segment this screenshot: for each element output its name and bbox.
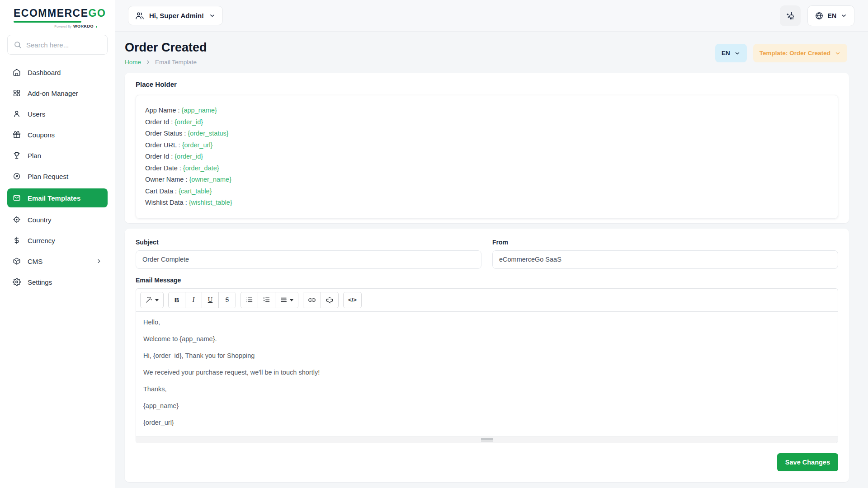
placeholder-value: {owner_name} (189, 176, 232, 183)
logo-underline (14, 21, 81, 23)
language-selector[interactable]: EN (807, 5, 854, 26)
sidebar-item-plan[interactable]: Plan (7, 147, 108, 164)
search-input[interactable] (26, 41, 116, 49)
resize-grip-icon (481, 438, 493, 441)
mail-icon (13, 194, 21, 202)
unlink-button[interactable] (321, 292, 338, 308)
placeholder-label: Order Id (145, 118, 169, 126)
placeholder-separator: : (178, 164, 183, 172)
broom-icon (785, 11, 795, 21)
sidebar-nav: Dashboard Add-on Manager Users Coupons P… (0, 59, 115, 295)
powered-by-label: Powered By (54, 25, 71, 28)
clear-cache-button[interactable] (780, 5, 801, 26)
sidebar-item-label: Email Templates (28, 194, 80, 202)
chevron-down-icon (734, 50, 741, 56)
sidebar-item-label: Add-on Manager (28, 89, 78, 97)
sidebar-item-dashboard[interactable]: Dashboard (7, 64, 108, 81)
subject-input[interactable] (136, 250, 481, 269)
font-style-group: B I U S (168, 292, 236, 308)
search-icon (14, 41, 22, 49)
placeholder-label: Order URL (145, 141, 177, 149)
editor-resize-handle[interactable] (136, 436, 838, 443)
sidebar-item-coupons[interactable]: Coupons (7, 126, 108, 143)
placeholder-value: {app_name} (182, 107, 217, 114)
user-menu-button[interactable]: Hi, Super Admin! (128, 6, 223, 25)
sidebar-item-label: Dashboard (28, 69, 61, 76)
rich-text-editor: B I U S (136, 288, 838, 443)
magic-wand-icon (145, 296, 153, 304)
sidebar-item-users[interactable]: Users (7, 105, 108, 122)
placeholder-item: Order Status : {order_status} (145, 128, 829, 140)
page-content: Order Created Home Email Template EN Tem… (115, 32, 868, 488)
main-area: Hi, Super Admin! EN Order Created Home E… (115, 0, 868, 488)
code-view-button[interactable]: </> (344, 292, 361, 308)
bold-button[interactable]: B (169, 292, 185, 308)
template-dropdown[interactable]: Template: Order Created (753, 44, 847, 62)
breadcrumb: Home Email Template (125, 59, 207, 66)
sidebar-item-label: Users (28, 110, 45, 118)
unordered-list-button[interactable] (241, 292, 258, 308)
placeholder-item: Order Id : {order_id} (145, 117, 829, 128)
magic-style-button[interactable] (141, 292, 163, 308)
placeholder-item: Order Id : {order_id} (145, 151, 829, 163)
sidebar-item-addon-manager[interactable]: Add-on Manager (7, 84, 108, 102)
sidebar: ECOMMERCEGO Powered By WORKDO Dashboard … (0, 0, 115, 488)
placeholder-separator: : (184, 199, 189, 206)
chevron-down-icon (835, 50, 841, 56)
gift-icon (13, 131, 21, 139)
placeholder-value: {order_id} (175, 118, 203, 126)
chevron-down-icon (209, 12, 216, 19)
paragraph-align-button[interactable] (275, 292, 298, 308)
sidebar-item-country[interactable]: Country (7, 211, 108, 228)
from-input[interactable] (492, 250, 838, 269)
sidebar-item-plan-request[interactable]: Plan Request (7, 168, 108, 185)
placeholder-item: Owner Name : {owner_name} (145, 174, 829, 186)
user-icon (13, 110, 21, 118)
sidebar-item-label: Currency (28, 237, 55, 244)
style-group (140, 292, 164, 308)
placeholder-item: Order Date : {order_date} (145, 163, 829, 174)
sidebar-item-email-templates[interactable]: Email Templates (7, 188, 108, 207)
placeholder-separator: : (177, 141, 182, 149)
placeholder-label: Order Status (145, 130, 182, 137)
page-language-dropdown[interactable]: EN (715, 44, 747, 62)
sidebar-item-label: CMS (28, 258, 42, 265)
home-icon (13, 68, 21, 76)
logo-text: ECOMMERCE (14, 7, 89, 19)
chevron-right-icon (96, 258, 102, 264)
sidebar-item-settings[interactable]: Settings (7, 273, 108, 291)
placeholder-label: Wishlist Data (145, 199, 184, 206)
insert-link-button[interactable] (303, 292, 321, 308)
powered-by-brand: WORKDO (73, 24, 94, 28)
editor-line: {app_name} (143, 402, 830, 409)
email-message-editor[interactable]: Hello, Welcome to {app_name}. Hi, {order… (136, 312, 838, 436)
sidebar-item-label: Settings (28, 278, 52, 286)
ordered-list-button[interactable] (258, 292, 275, 308)
sidebar-item-cms[interactable]: CMS (7, 253, 108, 270)
paragraph-group (241, 292, 298, 308)
globe-icon (815, 11, 824, 20)
page-language-value: EN (722, 50, 730, 56)
subject-label: Subject (136, 239, 481, 246)
placeholder-card-title: Place Holder (136, 80, 838, 88)
italic-button[interactable]: I (185, 292, 202, 308)
chevron-down-icon (840, 12, 847, 19)
strikethrough-button[interactable]: S (219, 292, 236, 308)
breadcrumb-home-link[interactable]: Home (125, 59, 141, 66)
chevron-right-icon (145, 59, 151, 65)
email-message-label: Email Message (136, 277, 838, 284)
sidebar-item-label: Country (28, 216, 52, 224)
placeholder-separator: : (176, 107, 182, 114)
placeholder-separator: : (169, 118, 175, 126)
underline-button[interactable]: U (202, 292, 219, 308)
sidebar-item-label: Plan Request (28, 173, 68, 180)
placeholder-value: {cart_table} (179, 188, 212, 195)
page-header: Order Created Home Email Template EN Tem… (125, 39, 849, 73)
save-changes-button[interactable]: Save Changes (777, 453, 838, 471)
editor-line: Thanks, (143, 385, 830, 393)
placeholder-label: Order Date (145, 164, 178, 172)
placeholder-list: App Name : {app_name} Order Id : {order_… (136, 95, 838, 219)
sidebar-item-currency[interactable]: Currency (7, 232, 108, 249)
sidebar-search (7, 35, 108, 55)
editor-line: Welcome to {app_name}. (143, 335, 830, 343)
